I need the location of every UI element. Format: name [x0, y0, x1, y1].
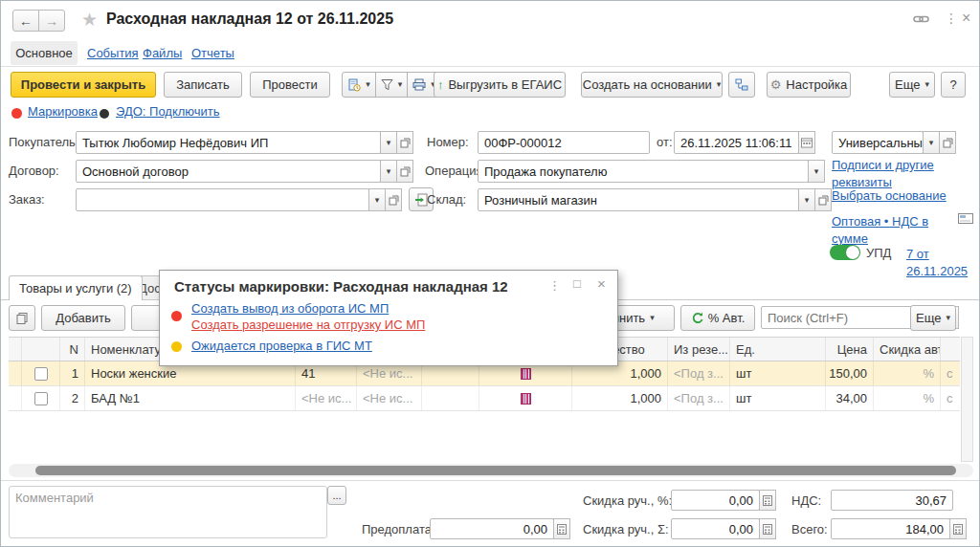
cell-characteristic[interactable]: <Не ис... — [296, 386, 357, 410]
cell-qty[interactable]: 1,000 — [572, 386, 668, 410]
divider — [1, 66, 979, 67]
warehouse-dropdown-button[interactable]: ▾ — [798, 188, 815, 211]
cell-marking[interactable] — [479, 386, 572, 410]
filter-button[interactable]: ▾ — [375, 72, 408, 98]
manual-discount-sum-calc-button[interactable] — [759, 518, 776, 539]
date-field[interactable]: 26.11.2025 11:06:11 — [674, 131, 799, 154]
window-close-icon[interactable]: × — [962, 10, 970, 27]
contract-dropdown-button[interactable]: ▾ — [380, 160, 397, 183]
cell-unit[interactable]: шт — [730, 386, 826, 410]
shipment-permission-link[interactable]: Создать разрешение на отгрузку ИС МП — [191, 317, 425, 332]
get-link-icon[interactable] — [913, 12, 929, 26]
pricing-link[interactable]: Оптовая • НДС в сумме — [832, 213, 948, 247]
choose-basis-link[interactable]: Выбрать основание — [832, 188, 947, 203]
order-dropdown-button[interactable]: ▾ — [368, 188, 386, 211]
cell-item[interactable]: БАД №1 — [85, 386, 296, 410]
row-select-cell[interactable] — [9, 361, 22, 385]
comment-field[interactable]: Комментарий — [9, 486, 327, 538]
organization-open-button[interactable] — [939, 131, 956, 154]
header-tail — [941, 338, 960, 361]
forward-button[interactable]: → — [38, 10, 65, 32]
tab-events[interactable]: События — [87, 46, 139, 60]
cell-unit[interactable]: шт — [730, 361, 826, 385]
order-field[interactable] — [76, 188, 369, 211]
cell-content[interactable] — [422, 386, 479, 410]
buyer-field[interactable]: Тытюк Любомир Нефёдович ИП — [76, 131, 381, 154]
cell-auto-discount[interactable]: % — [874, 361, 941, 385]
manual-discount-pct-field[interactable]: 0,00 — [671, 490, 760, 511]
manual-discount-pct-calc-button[interactable] — [759, 490, 776, 511]
cell-price[interactable]: 150,00 — [826, 361, 874, 385]
organization-dropdown-button[interactable]: ▾ — [923, 131, 940, 154]
row-checkbox-cell[interactable] — [22, 361, 60, 385]
price-card-icon[interactable] — [958, 213, 973, 224]
table-vertical-scrollbar[interactable] — [961, 337, 973, 462]
copy-row-button[interactable] — [9, 305, 35, 331]
buyer-dropdown-button[interactable]: ▾ — [380, 131, 397, 154]
edo-connect-link[interactable]: ЭДО: Подключить — [116, 104, 220, 119]
marking-link[interactable]: Маркировка — [28, 104, 98, 119]
cell-auto-discount[interactable]: % — [874, 386, 941, 410]
header-unit: Ед. — [730, 338, 826, 361]
prepayment-field[interactable]: 0,00 — [430, 518, 554, 539]
signatures-link[interactable]: Подписи и другие реквизиты — [832, 157, 956, 190]
tab-main[interactable]: Основное — [11, 41, 78, 65]
upd-toggle[interactable] — [830, 245, 860, 260]
table-horizontal-scrollbar[interactable] — [9, 464, 973, 477]
egais-export-button[interactable]: ↑ Выгрузить в ЕГАИС — [434, 72, 566, 98]
operation-field[interactable]: Продажа покупателю — [478, 160, 809, 183]
settings-button[interactable]: ⚙ Настройка — [767, 72, 851, 98]
withdraw-from-circulation-link[interactable]: Создать вывод из оборота ИС МП — [191, 301, 389, 316]
row-checkbox[interactable] — [34, 392, 48, 405]
manual-discount-sum-field[interactable]: 0,00 — [671, 518, 760, 539]
save-button[interactable]: Записать — [164, 72, 242, 98]
total-calc-button[interactable] — [949, 518, 967, 539]
row-checkbox[interactable] — [34, 367, 48, 381]
add-row-button[interactable]: Добавить — [41, 305, 125, 331]
warehouse-open-button[interactable] — [814, 188, 832, 211]
tab-goods-services[interactable]: Товары и услуги (2) — [9, 275, 143, 300]
help-button[interactable]: ? — [941, 72, 966, 98]
posting-documents-button[interactable]: ▾ — [342, 72, 376, 98]
auto-discount-button[interactable]: % Авт. — [680, 305, 755, 331]
post-button[interactable]: Провести — [250, 72, 330, 98]
organization-field[interactable]: Универсальный ООО — [832, 131, 924, 154]
operation-dropdown-button[interactable]: ▾ — [808, 160, 825, 183]
prepayment-calc-button[interactable] — [553, 518, 570, 539]
related-documents-button[interactable] — [728, 72, 755, 98]
cell-price[interactable]: 34,00 — [826, 386, 874, 410]
favorite-star-icon[interactable]: ★ — [81, 9, 98, 31]
tab-reports[interactable]: Отчеты — [191, 46, 234, 60]
header-auto-discount: Скидка авт. — [874, 338, 941, 361]
contract-field[interactable]: Основной договор — [76, 160, 381, 183]
vat-field[interactable]: 30,67 — [831, 490, 953, 511]
scrollbar-thumb[interactable] — [35, 466, 956, 475]
cell-reserve[interactable]: <Под з... — [668, 361, 730, 385]
table-row[interactable]: 2 БАД №1 <Не ис... <Не ис... 1,000 <Под … — [9, 386, 960, 411]
tab-files[interactable]: Файлы — [143, 46, 182, 60]
gis-mt-check-link[interactable]: Ожидается проверка в ГИС МТ — [191, 339, 372, 353]
contract-open-button[interactable] — [396, 160, 413, 183]
upd-document-link[interactable]: 7 от 26.11.2025 — [906, 246, 975, 279]
row-checkbox-cell[interactable] — [22, 386, 60, 410]
create-based-on-button[interactable]: Создать на основании ▾ — [581, 72, 723, 98]
row-select-cell[interactable] — [9, 386, 22, 410]
table-more-button[interactable]: Еще ▾ — [910, 305, 956, 331]
more-button[interactable]: Еще ▾ — [889, 72, 935, 98]
cell-reserve[interactable]: <Под з... — [668, 386, 730, 410]
ellipsis-icon: ... — [332, 490, 341, 501]
buyer-open-button[interactable] — [396, 131, 413, 154]
window-menu-icon[interactable]: ⋮ — [945, 11, 958, 26]
popup-menu-icon[interactable]: ⋮ — [548, 278, 561, 293]
comment-expand-button[interactable]: ... — [327, 486, 346, 505]
total-field[interactable]: 184,00 — [831, 518, 950, 539]
order-open-button[interactable] — [385, 188, 402, 211]
popup-close-icon[interactable]: × — [597, 275, 606, 292]
back-button[interactable]: ← — [12, 10, 39, 32]
number-field[interactable]: 00ФР-000012 — [478, 131, 650, 154]
warehouse-field[interactable]: Розничный магазин — [478, 188, 799, 211]
cell-batch[interactable]: <Не ис... — [357, 386, 422, 410]
date-calendar-button[interactable] — [798, 131, 815, 154]
post-and-close-button[interactable]: Провести и закрыть — [11, 72, 156, 98]
popup-maximize-icon[interactable]: □ — [573, 276, 581, 291]
